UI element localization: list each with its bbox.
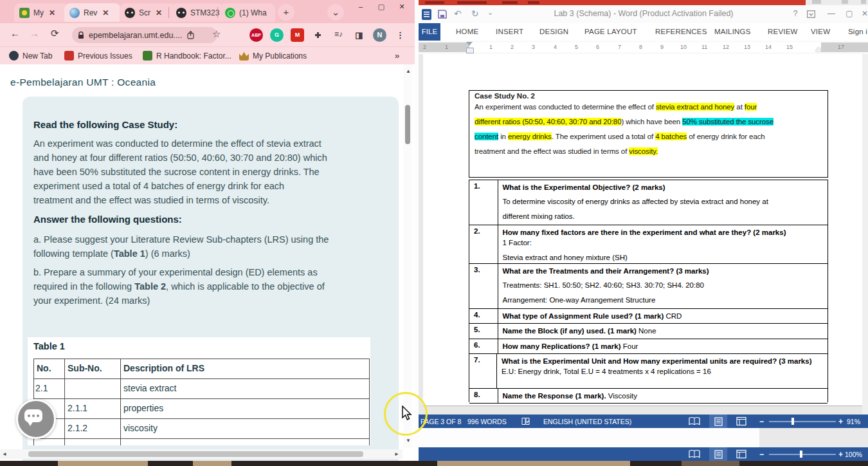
word-vertical-scrollbar[interactable] (862, 54, 868, 415)
word-close-button[interactable]: ✕ (861, 9, 868, 18)
right-indent-marker[interactable] (815, 47, 822, 51)
zoom-slider-track[interactable] (769, 454, 836, 455)
question-text: Name the Response (1 mark). (503, 392, 606, 400)
print-layout-active-box[interactable] (709, 447, 727, 461)
save-icon[interactable] (438, 10, 447, 19)
forward-icon[interactable]: → (30, 28, 39, 39)
tab-home[interactable]: HOME (456, 28, 478, 35)
print-layout-active-box[interactable] (709, 415, 727, 428)
zoom-slider-track[interactable] (769, 421, 836, 422)
bookmark-my-publications[interactable]: My Publications (239, 51, 307, 61)
web-layout-icon[interactable] (736, 449, 746, 459)
close-tab-icon[interactable]: ✕ (154, 8, 163, 17)
zoom-out-icon[interactable]: − (759, 417, 764, 426)
back-icon[interactable]: ← (10, 28, 20, 39)
bookmarks-overflow-icon[interactable]: » (395, 51, 399, 61)
ribbon-display-options-icon[interactable] (807, 10, 815, 18)
proofing-icon[interactable] (521, 416, 530, 426)
table-row: 5. Name the Block (if any) used. (1 mark… (469, 324, 827, 339)
zoom-percentage[interactable]: 91% (847, 418, 860, 425)
browser-tab-strip: My ✕ Rev ✕ Scr ✕ STM323 (1) Wha (0, 0, 415, 23)
browser-tab-4[interactable]: STM323 (171, 3, 224, 22)
case-paragraph-line: have been 50% substituted the sucrose co… (33, 165, 320, 179)
tab-view[interactable]: VIEW (811, 28, 830, 35)
lrs-table: No. Sub-No. Description of LRS 2.1 stevi… (33, 359, 370, 445)
mendeley-extension-icon[interactable]: M (291, 28, 304, 42)
bookmark-previous-issues[interactable]: Previous Issues (64, 51, 132, 61)
profile-avatar[interactable]: N (373, 28, 386, 42)
share-icon[interactable] (186, 31, 195, 39)
browser-tab-1[interactable]: My ✕ (14, 3, 69, 22)
reload-icon[interactable]: ⟳ (51, 28, 59, 39)
bookmarks-bar: New Tab Previous Issues R Handbook: Fact… (0, 46, 415, 65)
zoom-slider-handle[interactable] (800, 451, 802, 458)
language-indicator[interactable]: ENGLISH (UNITED STATES) (543, 418, 631, 425)
table-cell: properties (123, 403, 163, 413)
scroll-right-icon[interactable]: ► (394, 451, 399, 457)
scroll-left-icon[interactable]: ◄ (2, 451, 7, 457)
zoom-in-icon[interactable]: + (838, 417, 843, 426)
tab-page-layout[interactable]: PAGE LAYOUT (584, 28, 637, 35)
word-maximize-button[interactable]: ▢ (843, 9, 856, 18)
browser-tab-3[interactable]: Scr ✕ (120, 3, 176, 22)
qat-customize-icon[interactable]: ⌄ (487, 8, 493, 17)
case-box-title: Case Study No. 2 (469, 91, 827, 100)
help-icon[interactable]: ? (789, 9, 802, 18)
page-horizontal-scrollbar[interactable]: ◄ ► (0, 449, 402, 459)
tab-references[interactable]: REFERENCES (655, 28, 707, 35)
scroll-down-icon[interactable]: ▼ (406, 438, 411, 443)
vertical-scroll-thumb[interactable] (405, 105, 410, 144)
bookmark-star-icon[interactable]: ☆ (212, 28, 221, 40)
hanging-indent-marker[interactable] (466, 48, 474, 53)
tab-search-chevron-icon[interactable]: ⌄ (327, 4, 344, 21)
close-tab-icon[interactable]: ✕ (48, 8, 57, 17)
address-bar[interactable]: epembelajaran.umt.edu.... (72, 27, 217, 43)
tab-mailings[interactable]: MAILINGS (714, 28, 751, 35)
browser-tab-5[interactable]: (1) Wha (220, 3, 275, 22)
browser-tab-2[interactable]: Rev ✕ (64, 3, 121, 22)
adblock-extension-icon[interactable]: ABP (249, 28, 263, 42)
word-app-icon[interactable] (422, 9, 431, 20)
zoom-out-icon[interactable]: − (759, 450, 764, 459)
chat-widget-button[interactable] (16, 399, 56, 439)
row-number: 6. (469, 339, 498, 353)
sidebar-toggle-icon[interactable]: ◨ (352, 28, 366, 42)
row-number: 8. (469, 389, 498, 403)
undo-icon[interactable]: ↶ (454, 8, 462, 19)
new-tab-button[interactable]: + (278, 4, 294, 21)
tab-insert[interactable]: INSERT (496, 28, 523, 35)
first-line-indent-marker[interactable] (466, 42, 473, 46)
text: ) which have been (621, 118, 682, 126)
ruler-number: 4 (554, 44, 557, 50)
zoom-percentage[interactable]: 100% (845, 451, 862, 458)
tab-review[interactable]: REVIEW (768, 28, 798, 35)
tab-design[interactable]: DESIGN (539, 28, 568, 35)
browser-maximize-button[interactable]: ▢ (372, 1, 391, 12)
redo-icon[interactable]: ↻ (471, 8, 479, 19)
grammarly-extension-icon[interactable]: G (270, 28, 284, 42)
bookmark-r-handbook[interactable]: R Handbook: Factor... (143, 51, 231, 61)
read-mode-icon[interactable] (689, 416, 700, 426)
case-box-line: An experiment was conducted to determine… (469, 100, 827, 115)
zoom-in-icon[interactable]: + (838, 450, 843, 459)
word-count[interactable]: 996 WORDS (467, 418, 507, 425)
browser-menu-icon[interactable]: ⋮ (393, 28, 407, 42)
scroll-up-icon[interactable]: ▲ (406, 68, 411, 74)
word-minimize-button[interactable]: — (825, 9, 838, 18)
sign-in-link[interactable]: Sign i (848, 28, 867, 35)
bookmark-new-tab[interactable]: New Tab (9, 51, 52, 61)
extensions-puzzle-icon[interactable] (311, 28, 325, 42)
horizontal-scroll-thumb[interactable] (28, 451, 363, 457)
text: An experiment was conducted to determine… (475, 103, 656, 111)
reading-list-icon[interactable]: ≡♪ (332, 28, 345, 42)
close-tab-icon[interactable]: ✕ (101, 8, 110, 17)
table-row: 6. How many Replications? (1 mark) Four (469, 339, 827, 354)
page-vertical-scrollbar[interactable]: ▲ ▼ (403, 64, 412, 448)
moodle-icon (19, 8, 30, 18)
browser-minimize-button[interactable]: – (351, 1, 370, 12)
read-mode-icon[interactable] (689, 449, 700, 459)
zoom-slider-handle[interactable] (791, 418, 794, 425)
browser-close-button[interactable]: ✕ (392, 1, 411, 12)
web-layout-icon[interactable] (736, 416, 746, 426)
tab-file[interactable]: FILE (419, 23, 440, 41)
